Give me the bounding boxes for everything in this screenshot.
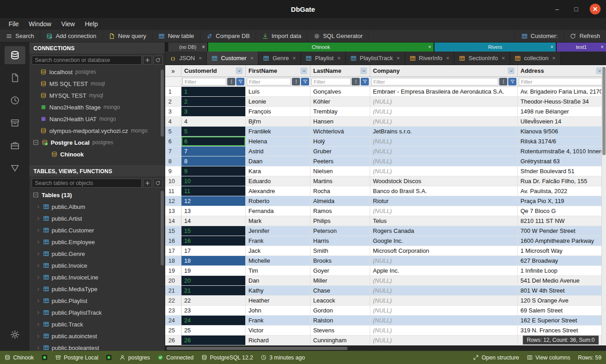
cell-customerid[interactable]: 8 xyxy=(181,156,246,166)
connection-postgre-local[interactable]: Postgre Localpostgres xyxy=(29,137,165,148)
tables-group[interactable]: Tables (13) xyxy=(29,189,165,201)
sidebar-item-filter[interactable] xyxy=(5,159,25,177)
cell-firstname[interactable]: Fernanda xyxy=(246,206,310,216)
row-number[interactable]: 5 xyxy=(165,127,181,136)
cell-address[interactable]: 1 Microsoft Way xyxy=(518,246,606,255)
cell-address[interactable]: Sřnder Boulevard 51 xyxy=(518,166,606,176)
cell-firstname[interactable]: Kathy xyxy=(246,286,310,295)
cell-customerid[interactable]: 17 xyxy=(181,246,246,255)
cell-firstname[interactable]: Frank xyxy=(246,236,310,246)
menu-view[interactable]: View xyxy=(56,18,80,30)
cell-customerid[interactable]: 21 xyxy=(181,286,246,295)
refresh-connections-button[interactable] xyxy=(153,56,162,65)
cell-address[interactable]: 801 W 4th Street xyxy=(518,286,606,295)
refresh-tables-button[interactable] xyxy=(153,179,162,188)
connection-mysql-test[interactable]: MYSQL TESTmysql xyxy=(29,90,165,101)
cell-company[interactable]: Google Inc. xyxy=(370,236,518,246)
cell-lastname[interactable]: Nielsen xyxy=(310,166,370,176)
cell-customerid[interactable]: 4 xyxy=(181,117,246,126)
cell-lastname[interactable]: Rocha xyxy=(310,186,370,196)
tab-customer[interactable]: Customer× xyxy=(207,52,258,65)
cell-firstname[interactable]: Richard xyxy=(246,336,310,345)
cell-company[interactable]: JetBrains s.r.o. xyxy=(370,127,518,136)
filter-funnel-button[interactable] xyxy=(508,78,516,85)
cell-lastname[interactable]: Tremblay xyxy=(310,107,370,116)
table-item-public-booleantest[interactable]: public.booleantest xyxy=(29,342,165,351)
cell-firstname[interactable]: Dan xyxy=(246,276,310,285)
row-number[interactable]: 22 xyxy=(165,296,181,305)
table-item-public-playlisttrack[interactable]: public.PlaylistTrack xyxy=(29,307,165,318)
connection-ms-sql-test[interactable]: MS SQL TESTmssql xyxy=(29,78,165,90)
cell-company[interactable]: (NULL) xyxy=(370,107,518,116)
cell-address[interactable]: Grétrystraat 63 xyxy=(518,156,606,166)
cell-address[interactable]: Rua Dr. Falcão Filho, 155 xyxy=(518,176,606,186)
filter-input-lastname[interactable] xyxy=(311,78,351,85)
cell-address[interactable]: Av. Brigadeiro Faria Lima, 2170 xyxy=(518,87,606,96)
cell-customerid[interactable]: 5 xyxy=(181,127,246,136)
cell-address[interactable]: 700 W Pender Street xyxy=(518,226,606,236)
cell-firstname[interactable]: Victor xyxy=(246,326,310,335)
cell-company[interactable]: Apple Inc. xyxy=(370,266,518,275)
cell-company[interactable]: Rogers Canada xyxy=(370,226,518,236)
cell-customerid[interactable]: 12 xyxy=(181,196,246,206)
cell-company[interactable]: Embraer - Empresa Brasileira de Aeronáut… xyxy=(370,87,518,96)
add-connection-small-button[interactable] xyxy=(143,56,152,65)
cell-lastname[interactable]: Miller xyxy=(310,276,370,285)
cell-address[interactable]: 541 Del Medio Avenue xyxy=(518,276,606,285)
cell-company[interactable]: Banco do Brasil S.A. xyxy=(370,186,518,196)
cell-company[interactable]: Telus xyxy=(370,216,518,226)
connection-chinook[interactable]: Chinook xyxy=(29,148,165,160)
filter-menu-button[interactable] xyxy=(227,78,235,85)
chevright-icon[interactable] xyxy=(36,251,41,256)
cell-address[interactable]: Rotenturmstraße 4, 1010 Innere Stadt xyxy=(518,147,606,156)
table-item-public-genre[interactable]: public.Genre xyxy=(29,248,165,260)
chevright-icon[interactable] xyxy=(36,287,41,292)
minusbox-icon[interactable] xyxy=(33,139,39,146)
column-menu-button[interactable] xyxy=(508,67,515,74)
column-header-lastname[interactable]: LastName xyxy=(310,65,370,76)
db-tab-rivers[interactable]: Rivers× xyxy=(434,43,556,52)
connection-localhost[interactable]: localhostpostgres xyxy=(29,66,165,78)
cell-customerid[interactable]: 3 xyxy=(181,107,246,116)
cell-address[interactable]: Ullevĺlsveien 14 xyxy=(518,117,606,126)
sidebar-item-archive[interactable] xyxy=(5,114,25,132)
cell-customerid[interactable]: 10 xyxy=(181,176,246,186)
table-item-public-mediatype[interactable]: public.MediaType xyxy=(29,283,165,295)
row-number[interactable]: 14 xyxy=(165,216,181,226)
cell-customerid[interactable]: 23 xyxy=(181,306,246,315)
chevright-icon[interactable] xyxy=(36,345,41,350)
close-icon[interactable]: × xyxy=(198,55,202,61)
row-number[interactable]: 23 xyxy=(165,306,181,315)
cell-firstname[interactable]: Tim xyxy=(246,266,310,275)
minusbox-icon[interactable] xyxy=(33,192,39,198)
toolbar-search-button[interactable]: Search xyxy=(0,30,40,42)
row-number[interactable]: 4 xyxy=(165,117,181,126)
cell-company[interactable]: (NULL) xyxy=(370,336,518,345)
cell-customerid[interactable]: 15 xyxy=(181,226,246,236)
close-icon[interactable]: × xyxy=(250,55,254,61)
close-icon[interactable]: × xyxy=(202,44,205,50)
row-number[interactable]: 6 xyxy=(165,137,181,146)
cell-address[interactable]: Theodor-Heuss-Straße 34 xyxy=(518,97,606,106)
cell-firstname[interactable]: Astrid xyxy=(246,147,310,156)
cell-company[interactable]: (NULL) xyxy=(370,166,518,176)
cell-company[interactable]: (NULL) xyxy=(370,306,518,315)
cell-company[interactable]: (NULL) xyxy=(370,147,518,156)
column-header-company[interactable]: Company xyxy=(370,65,518,76)
row-number[interactable]: 11 xyxy=(165,186,181,196)
grid-corner-expand[interactable]: » xyxy=(165,65,181,76)
table-item-public-playlist[interactable]: public.Playlist xyxy=(29,295,165,307)
status-view-columns[interactable]: View columns xyxy=(527,355,570,361)
cell-address[interactable]: Qe 7 Bloco G xyxy=(518,206,606,216)
grid-vertical-scrollbar[interactable] xyxy=(601,65,606,345)
cell-company[interactable]: (NULL) xyxy=(370,286,518,295)
cell-lastname[interactable]: Peterson xyxy=(310,226,370,236)
cell-lastname[interactable]: Wichterlová xyxy=(310,127,370,136)
tab-riverinfo[interactable]: RiverInfo× xyxy=(405,52,455,65)
toolbar-refresh-button[interactable]: Refresh xyxy=(563,30,606,42)
table-search-input[interactable] xyxy=(32,179,142,188)
chevright-icon[interactable] xyxy=(36,334,41,339)
cell-company[interactable]: (NULL) xyxy=(370,97,518,106)
row-number[interactable]: 20 xyxy=(165,276,181,285)
chevright-icon[interactable] xyxy=(36,240,41,245)
